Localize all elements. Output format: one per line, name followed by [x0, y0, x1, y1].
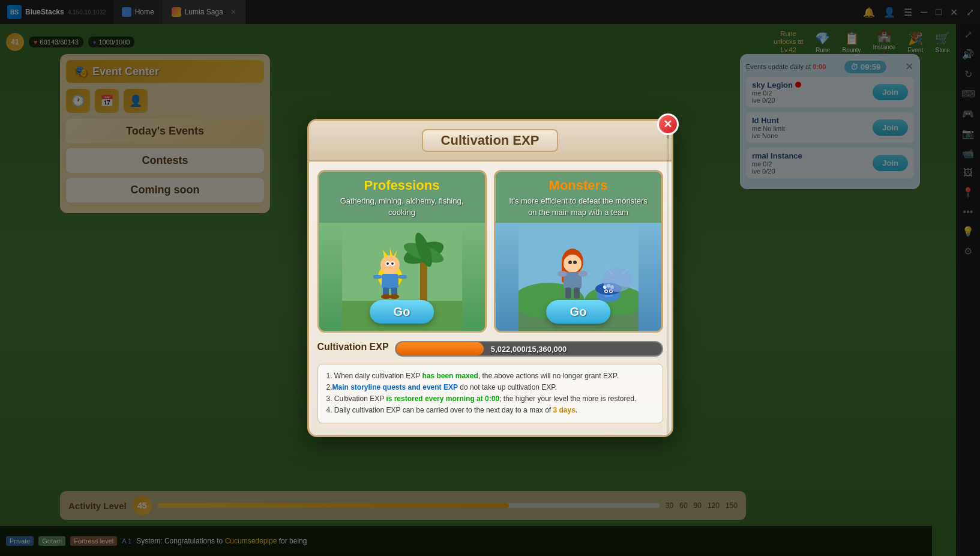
note-line-2: 2.Main storyline quests and event EXP do…: [326, 382, 654, 393]
svg-rect-34: [565, 288, 571, 298]
monsters-desc: It's more efficient to defeat the monste…: [504, 196, 653, 217]
modal-cards: Professions Gathering, mining, alchemy, …: [309, 162, 672, 332]
svg-point-29: [568, 261, 572, 264]
svg-rect-35: [574, 288, 580, 298]
exp-bar-text: 5,022,000/15,360,000: [491, 344, 567, 353]
svg-point-46: [603, 268, 633, 292]
monsters-card-header: Monsters It's more efficient to defeat t…: [496, 172, 661, 222]
exp-bar-fill: [396, 342, 484, 355]
svg-point-32: [558, 271, 567, 277]
svg-rect-17: [398, 275, 407, 279]
modal-overlay: Cultivation EXP ✕ Professions Gathering,…: [0, 0, 980, 556]
svg-rect-15: [382, 274, 398, 289]
exp-bar-section: Cultivation EXP 5,022,000/15,360,000: [309, 333, 672, 357]
svg-point-30: [573, 261, 577, 264]
professions-card: Professions Gathering, mining, alchemy, …: [317, 170, 487, 332]
cultivation-modal: Cultivation EXP ✕ Professions Gathering,…: [307, 119, 673, 437]
modal-close-button[interactable]: ✕: [657, 113, 679, 135]
monsters-go-button[interactable]: Go: [546, 300, 611, 324]
exp-bar-container: 5,022,000/15,360,000: [395, 341, 663, 357]
note-line-3: 3. Cultivation EXP is restored every mor…: [326, 393, 654, 405]
svg-point-20: [381, 294, 391, 299]
note-line-1: 1. When daily cultivation EXP has been m…: [326, 370, 654, 382]
notes-section[interactable]: 1. When daily cultivation EXP has been m…: [317, 364, 663, 423]
exp-label: Cultivation EXP: [317, 342, 389, 352]
exp-bar-row: Cultivation EXP 5,022,000/15,360,000: [317, 341, 663, 357]
note-line-4: 4. Daily cultivation EXP can be carried …: [326, 405, 654, 416]
svg-point-28: [564, 255, 582, 273]
svg-point-7: [380, 255, 400, 274]
professions-go-button[interactable]: Go: [370, 300, 434, 324]
professions-image: Go: [319, 223, 485, 331]
svg-point-33: [578, 271, 588, 277]
svg-point-21: [389, 294, 399, 299]
monsters-title: Monsters: [504, 178, 653, 193]
modal-header: Cultivation EXP ✕: [309, 121, 672, 162]
monsters-image: Go: [496, 223, 661, 331]
modal-title-banner: Cultivation EXP: [422, 129, 559, 152]
professions-title: Professions: [328, 178, 476, 193]
svg-point-44: [605, 290, 607, 292]
svg-point-13: [386, 262, 389, 265]
professions-desc: Gathering, mining, alchemy, fishing, coo…: [328, 196, 476, 217]
modal-title: Cultivation EXP: [441, 133, 540, 148]
svg-point-14: [391, 262, 394, 265]
svg-rect-16: [373, 275, 382, 279]
professions-card-header: Professions Gathering, mining, alchemy, …: [319, 172, 485, 222]
monsters-card: Monsters It's more efficient to defeat t…: [494, 170, 663, 332]
